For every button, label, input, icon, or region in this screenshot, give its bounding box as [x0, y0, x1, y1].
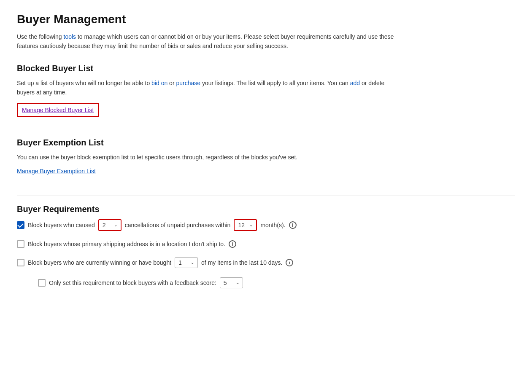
requirement-row-2: Block buyers whose primary shipping addr…: [17, 240, 515, 248]
requirement-row-3: Block buyers who are currently winning o…: [17, 257, 515, 268]
buyer-requirements-heading: Buyer Requirements: [17, 204, 515, 214]
requirement-4-text-before: Only set this requirement to block buyer…: [49, 279, 216, 286]
requirement-1-text-between: cancellations of unpaid purchases within: [125, 222, 231, 228]
buyer-requirements-section: Buyer Requirements Block buyers who caus…: [17, 204, 515, 288]
requirement-row-1: Block buyers who caused 2 ⌄ cancellation…: [17, 219, 515, 231]
chevron-down-icon-1: ⌄: [114, 223, 117, 227]
requirement-3-dropdown[interactable]: 1 ⌄: [175, 257, 198, 268]
manage-blocked-buyer-list-link[interactable]: Manage Blocked Buyer List: [22, 107, 94, 113]
requirement-3-text-before: Block buyers who are currently winning o…: [28, 259, 171, 266]
requirement-2-checkbox[interactable]: [17, 240, 24, 248]
chevron-down-icon-4: ⌄: [236, 280, 239, 285]
purchase-link[interactable]: purchase: [176, 80, 200, 86]
requirement-1-info-icon[interactable]: i: [289, 221, 297, 229]
requirement-3-dropdown-value: 1: [178, 259, 182, 266]
blocked-buyer-list-desc: Set up a list of buyers who will no long…: [17, 78, 397, 97]
requirement-4-dropdown-value: 5: [224, 279, 227, 286]
requirement-row-4: Only set this requirement to block buyer…: [38, 277, 515, 288]
buyer-exemption-list-heading: Buyer Exemption List: [17, 138, 515, 148]
requirement-4-checkbox[interactable]: [38, 279, 46, 287]
requirement-1-dropdown-1-value: 2: [103, 222, 106, 228]
requirement-1-dropdown-1[interactable]: 2 ⌄: [98, 219, 122, 231]
blocked-buyer-list-heading: Blocked Buyer List: [17, 64, 515, 73]
page-title: Buyer Management: [17, 13, 515, 26]
add-link[interactable]: add: [350, 80, 360, 86]
buyer-exemption-list-section: Buyer Exemption List You can use the buy…: [17, 138, 515, 183]
blocked-buyer-list-section: Blocked Buyer List Set up a list of buye…: [17, 64, 515, 125]
requirement-1-dropdown-2-value: 12: [238, 222, 245, 228]
bid-on-link[interactable]: bid on: [151, 80, 167, 86]
manage-buyer-exemption-list-link[interactable]: Manage Buyer Exemption List: [17, 168, 96, 175]
requirement-3-info-icon[interactable]: i: [286, 259, 293, 266]
requirement-4-dropdown[interactable]: 5 ⌄: [220, 277, 243, 288]
requirement-1-text-before: Block buyers who caused: [28, 222, 95, 228]
requirement-1-dropdown-2[interactable]: 12 ⌄: [234, 219, 257, 231]
chevron-down-icon-3: ⌄: [191, 260, 194, 265]
requirement-1-text-after: month(s).: [260, 222, 285, 228]
requirement-2-text: Block buyers whose primary shipping addr…: [28, 241, 225, 247]
requirement-3-text-after: of my items in the last 10 days.: [201, 259, 282, 266]
section-divider: [17, 196, 515, 196]
manage-blocked-buyer-list-box[interactable]: Manage Blocked Buyer List: [17, 103, 99, 117]
tools-link[interactable]: tools: [64, 33, 76, 40]
requirement-1-checkbox[interactable]: [17, 221, 24, 229]
chevron-down-icon-2: ⌄: [249, 223, 253, 227]
buyer-exemption-list-desc: You can use the buyer block exemption li…: [17, 153, 397, 162]
requirement-3-checkbox[interactable]: [17, 259, 24, 266]
intro-text: Use the following tools to manage which …: [17, 32, 397, 51]
requirement-2-info-icon[interactable]: i: [229, 240, 236, 248]
